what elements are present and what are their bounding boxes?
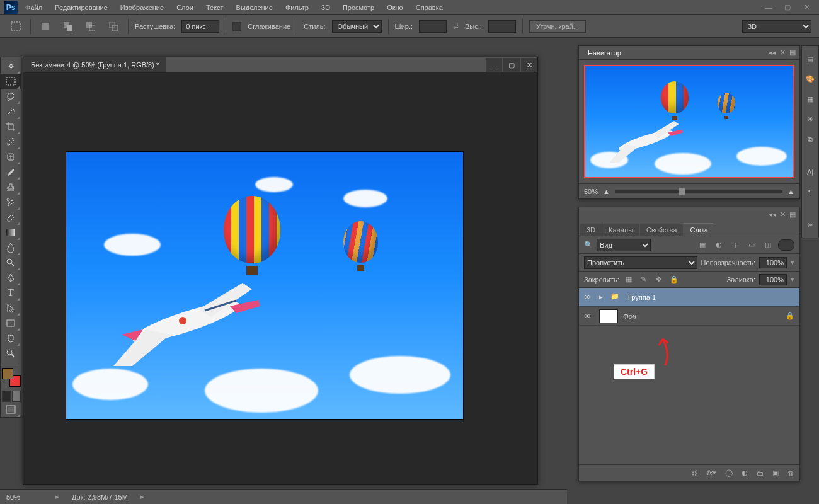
width-input[interactable] xyxy=(419,20,447,33)
menu-window[interactable]: Окно xyxy=(382,1,408,14)
menu-file[interactable]: Файл xyxy=(20,1,47,14)
magic-wand-tool-icon[interactable]: ◢ xyxy=(1,104,21,119)
filter-type-icon[interactable]: T xyxy=(729,239,742,251)
height-input[interactable] xyxy=(488,20,516,33)
style-select[interactable]: Обычный xyxy=(332,20,382,33)
swap-dims-icon[interactable]: ⇄ xyxy=(453,22,459,30)
eyedropper-tool-icon[interactable]: ◢ xyxy=(1,134,21,149)
healing-brush-tool-icon[interactable]: ◢ xyxy=(1,149,21,164)
type-tool-icon[interactable]: T◢ xyxy=(1,285,21,301)
new-layer-icon[interactable]: ▣ xyxy=(772,469,779,477)
document-tab[interactable]: Без имени-4 @ 50% (Группа 1, RGB/8) * xyxy=(23,57,166,72)
refine-edge-button[interactable]: Уточн. край... xyxy=(529,20,586,33)
workspace-select[interactable]: 3D xyxy=(742,20,811,33)
layer-name[interactable]: Фон xyxy=(623,312,636,320)
path-select-tool-icon[interactable]: ◢ xyxy=(1,301,21,316)
layer-name[interactable]: Группа 1 xyxy=(628,294,656,301)
crop-tool-icon[interactable]: ◢ xyxy=(1,119,21,134)
lasso-tool-icon[interactable]: ◢ xyxy=(1,89,21,104)
color-panel-icon[interactable]: 🎨 xyxy=(804,72,816,85)
styles-panel-icon[interactable]: ⧉ xyxy=(804,133,816,146)
panel-menu-icon[interactable]: ▤ xyxy=(788,210,797,219)
eraser-tool-icon[interactable]: ◢ xyxy=(1,210,21,225)
link-layers-icon[interactable]: ⛓ xyxy=(691,469,698,477)
antialias-checkbox[interactable] xyxy=(232,22,241,31)
new-group-icon[interactable]: 🗀 xyxy=(757,469,764,477)
layer-row-group[interactable]: 👁 ▸ 📁 Группа 1 xyxy=(579,288,799,307)
rect-marquee-tool-icon[interactable]: ◢ xyxy=(1,74,21,89)
shape-tool-icon[interactable]: ◢ xyxy=(1,316,21,331)
menu-select[interactable]: Выделение xyxy=(231,1,278,14)
panel-close-icon[interactable]: ✕ xyxy=(778,210,787,219)
brush-tool-icon[interactable]: ◢ xyxy=(1,164,21,180)
zoom-out-icon[interactable]: ▲ xyxy=(603,188,610,195)
delete-layer-icon[interactable]: 🗑 xyxy=(788,469,794,477)
tab-channels[interactable]: Каналы xyxy=(602,224,639,236)
menu-image[interactable]: Изображение xyxy=(115,1,169,14)
menu-text[interactable]: Текст xyxy=(201,1,229,14)
visibility-icon[interactable]: 👁 xyxy=(584,312,594,320)
fill-dropdown-icon[interactable]: ▾ xyxy=(791,275,794,284)
tab-3d[interactable]: 3D xyxy=(580,224,602,236)
filter-smart-icon[interactable]: ◫ xyxy=(762,239,774,251)
window-close-icon[interactable]: ✕ xyxy=(798,2,815,13)
swatches-panel-icon[interactable]: ▦ xyxy=(804,93,816,105)
lock-all-icon[interactable]: 🔒 xyxy=(668,275,680,285)
status-expand-icon[interactable]: ▸ xyxy=(55,493,59,501)
add-selection-icon[interactable] xyxy=(60,19,76,34)
panel-menu-icon[interactable]: ▤ xyxy=(788,49,797,57)
opacity-input[interactable] xyxy=(759,257,787,268)
navigator-thumbnail[interactable] xyxy=(584,65,794,178)
document-canvas[interactable] xyxy=(66,152,463,419)
lock-pixels-icon[interactable]: ✎ xyxy=(638,275,650,285)
panel-close-icon[interactable]: ✕ xyxy=(778,49,787,57)
doc-close-icon[interactable]: ✕ xyxy=(521,58,537,72)
hand-tool-icon[interactable]: ◢ xyxy=(1,331,21,346)
layer-row-background[interactable]: 👁 Фон 🔒 xyxy=(579,307,799,326)
quickmask-toggle[interactable] xyxy=(2,391,21,402)
lock-position-icon[interactable]: ✥ xyxy=(653,275,665,285)
menu-layers[interactable]: Слои xyxy=(171,1,198,14)
expand-icon[interactable]: ▸ xyxy=(599,293,605,301)
menu-edit[interactable]: Редактирование xyxy=(50,1,113,14)
menu-view[interactable]: Просмотр xyxy=(338,1,379,14)
screen-mode-icon[interactable]: ◢ xyxy=(1,402,21,417)
filter-shape-icon[interactable]: ▭ xyxy=(745,239,758,251)
adjustment-layer-icon[interactable]: ◐ xyxy=(742,469,748,477)
layer-thumbnail[interactable] xyxy=(599,309,618,323)
menu-filter[interactable]: Фильтр xyxy=(280,1,314,14)
character-panel-icon[interactable]: A| xyxy=(804,166,816,178)
blur-tool-icon[interactable]: ◢ xyxy=(1,240,21,255)
status-menu-icon[interactable]: ▸ xyxy=(140,493,144,501)
pen-tool-icon[interactable]: ◢ xyxy=(1,270,21,285)
status-zoom[interactable]: 50% xyxy=(6,493,43,501)
menu-3d[interactable]: 3D xyxy=(316,1,335,14)
gradient-tool-icon[interactable]: ◢ xyxy=(1,225,21,240)
feather-input[interactable] xyxy=(181,20,219,33)
menu-help[interactable]: Справка xyxy=(411,1,448,14)
doc-minimize-icon[interactable]: — xyxy=(486,58,502,72)
tab-properties[interactable]: Свойства xyxy=(640,224,683,236)
zoom-in-icon[interactable]: ▲ xyxy=(788,188,794,195)
stamp-tool-icon[interactable]: ◢ xyxy=(1,180,21,195)
panel-collapse-icon[interactable]: ◂◂ xyxy=(768,210,777,219)
panel-collapse-icon[interactable]: ◂◂ xyxy=(768,49,777,57)
filter-image-icon[interactable]: ▦ xyxy=(696,239,709,251)
lock-transparency-icon[interactable]: ▦ xyxy=(623,275,634,285)
filter-adjust-icon[interactable]: ◐ xyxy=(713,239,725,251)
paragraph-panel-icon[interactable]: ¶ xyxy=(804,186,816,198)
marquee-tool-icon[interactable] xyxy=(8,19,24,34)
navigator-zoom-slider[interactable] xyxy=(615,190,782,193)
navigator-tab[interactable]: Навигатор xyxy=(581,47,627,59)
layer-mask-icon[interactable]: ◯ xyxy=(725,469,733,477)
move-tool-icon[interactable]: ✥◢ xyxy=(1,59,21,74)
window-minimize-icon[interactable]: — xyxy=(760,2,777,13)
layer-fx-icon[interactable]: fx▾ xyxy=(707,469,716,477)
fill-input[interactable] xyxy=(759,274,787,285)
subtract-selection-icon[interactable] xyxy=(83,19,99,34)
new-selection-icon[interactable] xyxy=(37,19,54,34)
blend-mode-select[interactable]: Пропустить xyxy=(584,256,697,269)
opacity-dropdown-icon[interactable]: ▾ xyxy=(791,258,794,266)
adjust-panel-icon[interactable]: ☀ xyxy=(804,113,816,125)
window-maximize-icon[interactable]: ▢ xyxy=(779,2,796,13)
